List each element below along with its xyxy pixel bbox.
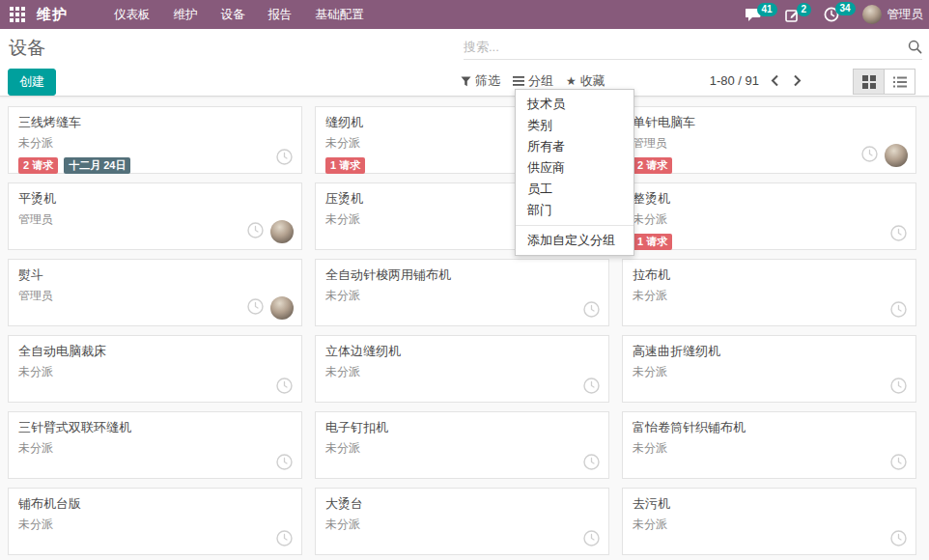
groupby-menu-item[interactable]: 员工 [516,179,633,200]
grid-icon [10,7,25,22]
activity-clock-icon[interactable] [890,378,907,394]
equipment-card[interactable]: 拉布机 未分派 [622,259,916,326]
list-view-button[interactable] [884,69,915,95]
equipment-card[interactable]: 整烫机 未分派 1 请求 [622,182,916,250]
equipment-name: 铺布机台版 [18,495,292,513]
activity-clock-icon[interactable] [276,530,293,546]
add-custom-group-item[interactable]: 添加自定义分组 [516,230,633,251]
activity-clock-icon[interactable] [276,378,293,394]
list-view-icon [893,76,907,88]
activity-clock-icon[interactable] [247,298,264,315]
pager-range[interactable]: 1-80 / 91 [710,73,759,88]
activity-clock-icon[interactable] [890,454,907,470]
groupby-menu-item[interactable]: 类别 [516,115,633,136]
top-menu-item[interactable]: 维护 [174,7,198,23]
technician-avatar [270,296,294,320]
assigned-to: 未分派 [633,288,906,304]
chevron-right-icon [793,74,802,87]
equipment-card[interactable]: 铺布机台版 未分派 [8,488,302,555]
menu-divider [516,225,633,226]
user-menu[interactable]: 管理员 [862,5,924,24]
activity-clock-icon[interactable] [583,301,600,318]
activity-clock-icon[interactable] [247,222,264,238]
equipment-name: 大烫台 [325,495,599,513]
assigned-to: 未分派 [325,364,599,380]
equipment-name: 三线烤缝车 [18,114,292,131]
activity-clock-icon[interactable] [890,225,907,241]
equipment-card[interactable]: 单针电脑车 管理员 2 请求 [622,106,916,174]
equipment-card[interactable]: 大烫台 未分派 [315,488,609,555]
next-page-button[interactable] [791,72,803,89]
assigned-to: 未分派 [633,517,906,533]
search-input[interactable] [464,40,908,54]
equipment-card[interactable]: 立体边缝纫机 未分派 [315,335,609,403]
equipment-card[interactable]: 三线烤缝车 未分派 2 请求十二月 24日 [8,106,302,174]
groupby-menu-item[interactable]: 部门 [516,200,633,221]
apps-menu-icon[interactable] [10,6,27,23]
card-badges: 1 请求 [633,234,906,250]
equipment-card[interactable]: 电子钉扣机 未分派 [315,411,609,479]
top-navbar: 维护 仪表板维护设备报告基础配置 41 2 34 管理员 [0,0,929,29]
equipment-name: 整烫机 [633,190,906,208]
equipment-card[interactable]: 去污机 未分派 [622,488,916,555]
filters-button[interactable]: 筛选 [461,72,500,90]
assigned-to: 未分派 [325,517,599,533]
search-icon[interactable] [908,40,922,54]
groupby-dropdown-menu: 技术员类别所有者供应商员工部门 添加自定义分组 [515,89,634,256]
app-brand[interactable]: 维护 [37,6,68,24]
equipment-name: 立体边缝纫机 [325,343,599,360]
notes-button[interactable]: 2 [785,8,801,22]
top-menu: 仪表板维护设备报告基础配置 [114,7,364,23]
messages-count-badge: 41 [757,3,777,16]
equipment-card[interactable]: 熨斗 管理员 [8,259,302,326]
group-by-button[interactable]: 分组 [513,72,553,90]
activity-clock-icon[interactable] [890,530,907,546]
requests-badge: 2 请求 [633,157,672,174]
date-badge: 十二月 24日 [64,157,130,174]
top-menu-item[interactable]: 设备 [221,7,245,23]
activity-clock-icon[interactable] [583,378,600,394]
groupby-menu-item[interactable]: 技术员 [516,94,633,115]
assigned-to: 未分派 [18,440,292,457]
activity-clock-icon[interactable] [890,301,907,318]
star-icon: ★ [566,74,577,88]
control-panel: 设备 创建 筛选 分组 ★ 收藏 1-80 / 91 [0,29,929,97]
activity-clock-icon[interactable] [861,146,878,162]
equipment-card[interactable]: 富怡卷筒针织铺布机 未分派 [622,411,916,479]
user-avatar [862,5,882,24]
activities-button[interactable]: 34 [824,7,839,22]
activity-clock-icon[interactable] [276,454,293,470]
groupby-menu-item[interactable]: 供应商 [516,157,633,179]
top-menu-item[interactable]: 报告 [268,7,293,23]
chevron-left-icon [771,74,779,87]
top-menu-item[interactable]: 仪表板 [114,7,151,23]
equipment-card[interactable]: 高速曲折缝纫机 未分派 [622,335,916,403]
card-badges: 2 请求十二月 24日 [18,157,292,174]
user-name: 管理员 [887,7,924,23]
filter-icon [461,76,471,87]
bars-icon [513,76,524,86]
technician-avatar [270,220,294,243]
activity-clock-icon[interactable] [276,149,293,165]
prev-page-button[interactable] [769,72,781,89]
equipment-card[interactable]: 平烫机 管理员 [8,182,302,250]
equipment-card[interactable]: 全自动针梭两用铺布机 未分派 [315,259,609,326]
equipment-name: 全自动针梭两用铺布机 [325,266,599,284]
favorites-button[interactable]: ★ 收藏 [566,72,605,90]
activity-clock-icon[interactable] [583,454,600,470]
equipment-name: 三针臂式双联环缝机 [18,419,292,436]
kanban-view: 三线烤缝车 未分派 2 请求十二月 24日 缝纫机 未分派 1 请求 单针电脑车… [0,97,929,560]
assigned-to: 未分派 [18,517,292,533]
equipment-card[interactable]: 全自动电脑裁床 未分派 [8,335,302,403]
groupby-menu-item[interactable]: 所有者 [516,136,633,157]
kanban-view-button[interactable] [853,69,885,95]
messages-button[interactable]: 41 [746,8,762,22]
equipment-name: 富怡卷筒针织铺布机 [633,419,906,436]
create-button[interactable]: 创建 [8,69,56,96]
search-box [464,35,922,60]
equipment-name: 电子钉扣机 [325,419,599,436]
top-menu-item[interactable]: 基础配置 [316,7,364,23]
activity-clock-icon[interactable] [583,530,600,546]
equipment-name: 全自动电脑裁床 [18,343,292,360]
equipment-card[interactable]: 三针臂式双联环缝机 未分派 [8,411,302,479]
